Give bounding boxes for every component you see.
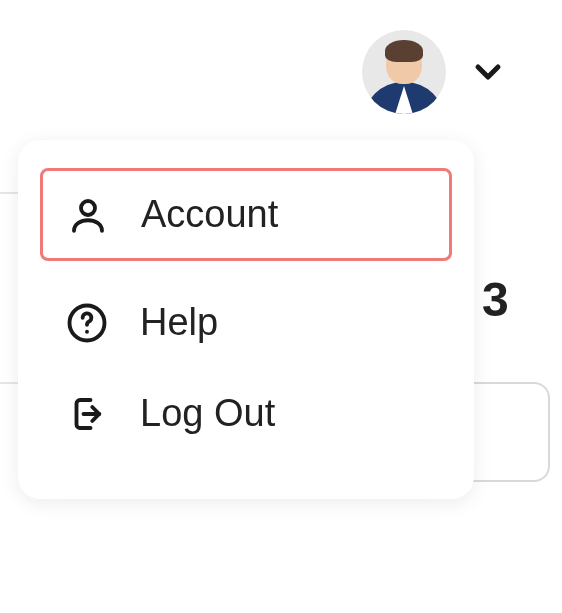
menu-item-logout[interactable]: Log Out (40, 368, 452, 459)
user-dropdown-menu: Account Help Log Out (18, 140, 474, 499)
svg-point-0 (81, 201, 95, 215)
background-divider (0, 192, 20, 194)
background-divider (0, 382, 20, 384)
menu-item-help[interactable]: Help (40, 277, 452, 368)
chevron-down-icon[interactable] (464, 48, 512, 96)
avatar[interactable] (362, 30, 446, 114)
user-icon (67, 194, 109, 236)
background-input-fragment (470, 382, 550, 482)
menu-item-account[interactable]: Account (40, 168, 452, 261)
background-number: 3 (482, 272, 509, 327)
logout-icon (66, 393, 108, 435)
menu-item-label: Account (141, 193, 278, 236)
header-user-area (0, 0, 562, 114)
help-icon (66, 302, 108, 344)
menu-item-label: Help (140, 301, 218, 344)
menu-item-label: Log Out (140, 392, 275, 435)
